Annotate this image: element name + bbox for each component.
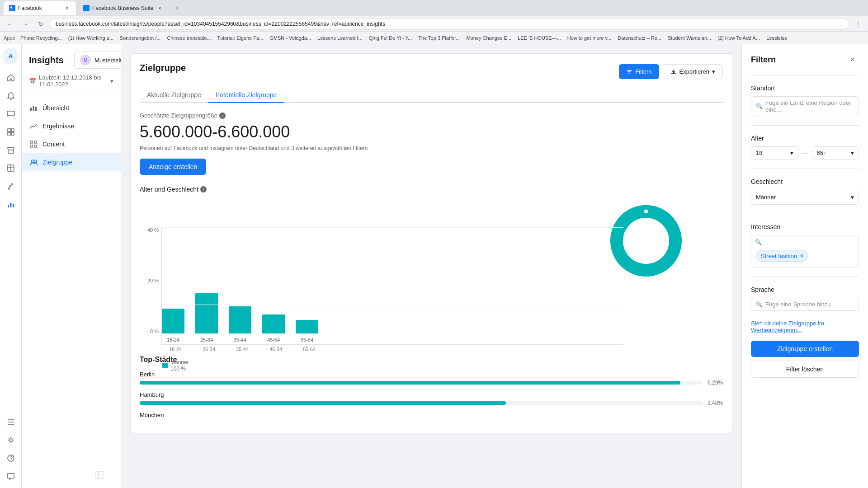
tab-aktuelle[interactable]: Aktuelle Zielgruppe [140, 88, 208, 103]
filter-divider-2 [751, 169, 859, 169]
clear-filter-button[interactable]: Filter löschen [751, 361, 859, 378]
geschlecht-dropdown[interactable]: Männer ▾ [751, 190, 859, 205]
analytics-icon[interactable] [3, 196, 19, 212]
sprache-input[interactable]: 🔍 Füge eine Sprache hinzu [751, 298, 859, 311]
geschlecht-chevron-icon: ▾ [851, 194, 854, 201]
bookmark-14[interactable]: Student Wants an... [665, 34, 714, 42]
create-ad-label: Anzeige erstellen [149, 163, 197, 170]
sidebar-item-zielgruppe[interactable]: Zielgruppe [22, 153, 121, 171]
bookmark-7[interactable]: Lessons Learned f... [315, 34, 365, 42]
age-from-chevron: ▾ [790, 150, 793, 156]
filter-button[interactable]: Filtern [619, 64, 659, 79]
filter-close-button[interactable]: × [846, 53, 859, 66]
bookmark-3[interactable]: Sonderangebot /... [117, 34, 164, 42]
sidebar-item-ubersicht-label: Übersicht [42, 104, 69, 112]
chart-info-icon[interactable]: i [200, 186, 207, 192]
bookmark-2[interactable]: (1) How Working a... [66, 34, 116, 42]
message-icon[interactable] [3, 106, 19, 122]
tab-potentielle-label: Potentielle Zielgruppe [216, 91, 277, 99]
bookmark-8[interactable]: Qing Fei De Yi - Y... [366, 34, 415, 42]
city-hamburg-bar-fill [140, 401, 506, 405]
sidebar-item-ergebnisse[interactable]: Ergebnisse [22, 117, 121, 135]
bookmark-12[interactable]: How to get more v... [565, 34, 614, 42]
interessen-input-area[interactable]: 🔍 Street fashion × [751, 235, 859, 267]
refresh-button[interactable]: ↻ [34, 18, 47, 30]
insights-title: Insights [29, 55, 64, 66]
filter-divider-1 [751, 125, 859, 126]
sidebar-header: Insights | M Musterseite ▾ 📅 Laufzeit: 1… [22, 52, 121, 95]
extensions-button[interactable]: ⋮ [852, 18, 864, 30]
bookmark-15[interactable]: (2) How To Add A... [715, 34, 763, 42]
estimated-info-icon[interactable]: i [219, 113, 226, 119]
action-buttons: Filtern Exportieren ▾ [619, 64, 723, 79]
shop-icon[interactable] [3, 142, 19, 158]
age-range-row: 18 ▾ — 65+ ▾ [751, 146, 859, 160]
age-from-select[interactable]: 18 ▾ [751, 146, 798, 160]
help-icon[interactable]: ? [3, 450, 19, 466]
new-tab-button[interactable]: + [170, 2, 183, 14]
create-ad-button[interactable]: Anzeige erstellen [140, 159, 206, 175]
svg-point-28 [34, 160, 37, 163]
nav-divider [5, 410, 16, 410]
back-button[interactable]: ← [4, 18, 16, 30]
tab-facebook[interactable]: f Facebook × [4, 1, 76, 15]
bar-3544-label: 35-44 [234, 337, 246, 343]
content-nav-icon [29, 140, 38, 149]
bookmark-16[interactable]: Lessleise [764, 34, 790, 42]
close-icon: × [850, 56, 854, 64]
content-area: Insights | M Musterseite ▾ 📅 Laufzeit: 1… [22, 44, 868, 488]
forward-button[interactable]: → [19, 18, 32, 30]
x-label-5564: 55-64 [298, 347, 321, 352]
bookmark-4[interactable]: Chinese translatio... [164, 34, 213, 42]
tab-close-2-button[interactable]: × [156, 5, 163, 12]
bookmark-5[interactable]: Tutorial: Eigene Fa... [215, 34, 266, 42]
x-label-4554: 45-54 [264, 347, 287, 352]
age-to-select[interactable]: 65+ ▾ [812, 146, 859, 160]
bookmark-6[interactable]: GMSN - Vologda... [267, 34, 314, 42]
bookmark-10[interactable]: Money Changes E... [463, 34, 514, 42]
tab-potentielle[interactable]: Potentielle Zielgruppe [208, 88, 284, 103]
collapse-sidebar-btn[interactable] [95, 470, 104, 481]
export-button[interactable]: Exportieren ▾ [663, 64, 723, 79]
svg-text:M: M [84, 58, 87, 63]
menu-icon[interactable] [3, 414, 19, 430]
standort-placeholder: Füge ein Land, eine Region oder eine... [765, 99, 854, 113]
bookmark-1[interactable]: Phone Recycling... [18, 34, 65, 42]
legend-label: Männer [170, 359, 189, 366]
bookmark-11[interactable]: LEE 'S HOUSE—... [515, 34, 564, 42]
create-audience-button[interactable]: Zielgruppe erstellen [751, 341, 859, 357]
bar-5564-fill [296, 320, 318, 333]
chart-area: 40 % 20 % 0 % [140, 200, 723, 345]
filter-panel: Filtern × Standort 🔍 Füge ein Land, eine… [741, 44, 868, 488]
home-icon[interactable] [3, 70, 19, 86]
audience-werbeanzeigen-link[interactable]: Sieh dir deine Zielgruppe im Werbeanzeig… [751, 320, 859, 333]
bookmark-9[interactable]: The Top 3 Platfor... [415, 34, 462, 42]
bar-1824: 18-24 [162, 309, 184, 333]
settings-icon[interactable] [3, 432, 19, 448]
sidebar-item-ubersicht[interactable]: Übersicht [22, 99, 121, 117]
tools-icon[interactable] [3, 178, 19, 194]
app-logo[interactable]: A [3, 48, 19, 64]
sidebar-item-content[interactable]: Content [22, 135, 121, 153]
filter-top-divider [751, 75, 859, 75]
bookmark-13[interactable]: Datenschutz – Re... [615, 34, 664, 42]
table-icon[interactable] [3, 160, 19, 176]
x-label-1824: 18-24 [164, 347, 187, 352]
date-chevron-icon: ▾ [110, 78, 113, 84]
content-icon[interactable] [3, 124, 19, 140]
filter-divider-3 [751, 214, 859, 214]
tab-close-button[interactable]: × [63, 5, 71, 12]
insights-header-area: Insights | M Musterseite ▾ [29, 52, 113, 69]
alert-icon[interactable] [3, 88, 19, 104]
interest-chip-street-fashion[interactable]: Street fashion × [756, 250, 808, 262]
bar-4554-fill [262, 314, 285, 333]
standort-search-input[interactable]: 🔍 Füge ein Land, eine Region oder eine..… [751, 96, 859, 116]
zielgruppe-heading: Zielgruppe [140, 63, 186, 73]
feedback-icon[interactable] [3, 468, 19, 484]
chip-remove-button[interactable]: × [800, 252, 803, 259]
tab-business-suite[interactable]: Facebook Business Suite × [78, 1, 169, 15]
svg-rect-26 [34, 145, 37, 147]
date-range[interactable]: 📅 Laufzeit: 12.12.2018 bis 11.01.2022 ▾ [29, 74, 113, 88]
address-bar[interactable]: business.facebook.com/latest/insights/pe… [50, 18, 849, 30]
filter-geschlecht-section: Geschlecht Männer ▾ [751, 178, 859, 205]
